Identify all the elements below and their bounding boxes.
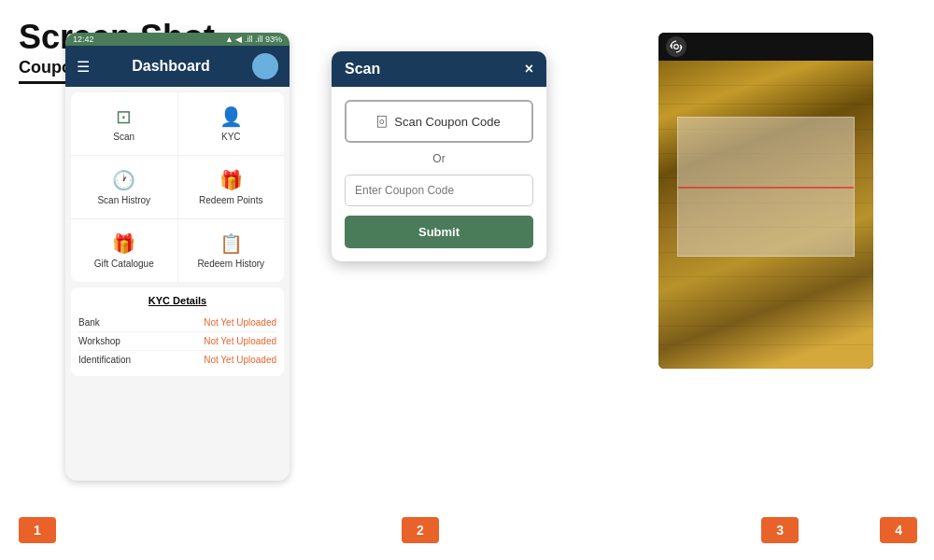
redeem-history-icon: 📋 [186, 232, 277, 255]
wood-stripe [658, 104, 873, 105]
badge-1: 1 [19, 517, 56, 543]
hamburger-icon[interactable]: ☰ [77, 58, 90, 76]
scan-modal-title: Scan [345, 61, 380, 77]
coupon-code-input[interactable] [345, 175, 533, 206]
scan-history-label: Scan Histroy [78, 195, 170, 205]
wood-stripe [658, 344, 873, 345]
kyc-label: KYC [186, 132, 277, 142]
camera-viewfinder [658, 61, 873, 369]
wood-stripe [658, 301, 873, 301]
scan-qr-icon: ⌻ [377, 113, 387, 130]
menu-redeem-history[interactable]: 📋 Redeem History [178, 219, 285, 282]
menu-redeem-points[interactable]: 🎁 Redeem Points [178, 156, 285, 218]
kyc-section: KYC Details Bank Not Yet Uploaded Worksh… [71, 287, 284, 376]
wood-stripe [658, 326, 873, 327]
submit-button[interactable]: Submit [345, 216, 533, 248]
scan-modal-body: ⌻ Scan Coupon Code Or Submit [332, 87, 546, 261]
screen3-camera [658, 33, 873, 369]
kyc-icon: 👤 [186, 105, 277, 128]
screen1-header: ☰ Dashboard [65, 46, 290, 87]
kyc-section-title: KYC Details [78, 295, 276, 306]
screen2-scan-modal: Scan × ⌻ Scan Coupon Code Or Submit [332, 51, 546, 261]
badge-4: 4 [880, 517, 917, 543]
grid-row-2: 🕐 Scan Histroy 🎁 Redeem Points [71, 156, 284, 219]
redeem-history-label: Redeem History [186, 259, 277, 269]
menu-gift-catalogue[interactable]: 🎁 Gift Catalogue [71, 219, 178, 282]
screen1-status-bar: 12:42 ▲ ◀ .ill .ill 93% [65, 33, 290, 46]
kyc-workshop-value: Not Yet Uploaded [204, 336, 276, 346]
grid-row-3: 🎁 Gift Catalogue 📋 Redeem History [71, 219, 284, 282]
kyc-identification-label: Identification [78, 355, 131, 365]
menu-scan[interactable]: ⊡ Scan [71, 92, 178, 155]
avatar [252, 53, 278, 79]
kyc-bank-value: Not Yet Uploaded [204, 317, 276, 328]
kyc-bank-label: Bank [78, 317, 100, 328]
kyc-row-workshop: Workshop Not Yet Uploaded [78, 332, 276, 351]
dashboard-title: Dashboard [132, 58, 210, 75]
badge-2: 2 [402, 517, 439, 543]
menu-scan-history[interactable]: 🕐 Scan Histroy [71, 156, 178, 218]
scan-coupon-button[interactable]: ⌻ Scan Coupon Code [345, 100, 533, 143]
status-signal: ▲ ◀ .ill .ill 93% [225, 35, 282, 44]
camera-top-bar [658, 33, 873, 61]
menu-kyc[interactable]: 👤 KYC [178, 92, 285, 155]
redeem-points-icon: 🎁 [186, 169, 277, 191]
scan-line [678, 187, 854, 189]
kyc-row-identification: Identification Not Yet Uploaded [78, 351, 276, 369]
gift-icon: 🎁 [78, 232, 170, 255]
kyc-row-bank: Bank Not Yet Uploaded [78, 314, 276, 332]
scan-button-label: Scan Coupon Code [394, 115, 500, 129]
screen1-dashboard: 12:42 ▲ ◀ .ill .ill 93% ☰ Dashboard ⊡ Sc… [65, 33, 290, 481]
redeem-points-label: Redeem Points [186, 195, 277, 205]
camera-switch-icon[interactable] [666, 36, 686, 57]
close-icon[interactable]: × [525, 61, 533, 77]
history-icon: 🕐 [78, 169, 170, 191]
or-divider: Or [345, 152, 533, 165]
kyc-workshop-label: Workshop [78, 336, 120, 346]
menu-grid: ⊡ Scan 👤 KYC 🕐 Scan Histroy 🎁 Redeem Poi… [71, 92, 284, 282]
scan-modal-header: Scan × [332, 51, 546, 87]
scan-overlay-box [677, 117, 855, 257]
scan-icon: ⊡ [78, 105, 170, 128]
wood-stripe [658, 276, 873, 277]
wood-stripe [658, 85, 873, 86]
badge-3: 3 [761, 517, 799, 543]
status-time: 12:42 [73, 35, 94, 44]
svg-point-0 [674, 45, 679, 49]
grid-row-1: ⊡ Scan 👤 KYC [71, 92, 284, 156]
kyc-identification-value: Not Yet Uploaded [204, 355, 276, 365]
gift-catalogue-label: Gift Catalogue [78, 259, 170, 269]
scan-label: Scan [78, 132, 170, 142]
